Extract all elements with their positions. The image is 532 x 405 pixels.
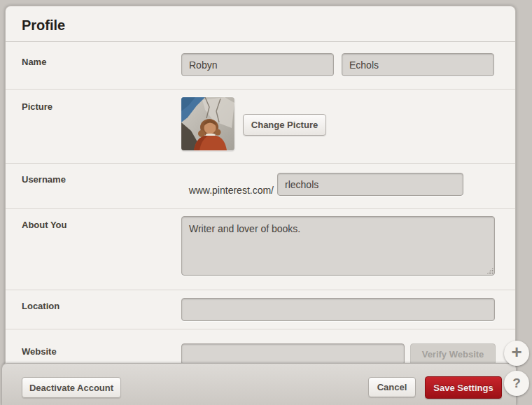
profile-picture [181,97,234,150]
profile-picture-image [181,97,234,150]
divider [6,89,515,90]
divider [6,41,515,42]
question-icon: ? [512,376,521,390]
about-you-label: About You [22,220,67,230]
deactivate-account-button[interactable]: Deactivate Account [22,377,121,398]
divider [6,163,515,164]
location-label: Location [22,301,59,311]
username-label: Username [22,174,66,185]
plus-icon: + [511,341,522,362]
username-input[interactable] [277,173,463,196]
location-input[interactable] [181,298,495,321]
page-title: Profile [22,17,65,34]
last-name-input[interactable] [342,53,494,76]
website-label: Website [22,346,57,357]
username-url-prefix: www.pinterest.com/ [181,179,274,202]
divider [6,329,515,329]
divider [6,208,515,209]
cancel-button[interactable]: Cancel [368,377,416,397]
first-name-input[interactable] [181,53,334,76]
about-you-textarea[interactable]: Writer and lover of books. [181,216,495,276]
profile-settings-panel: Profile Name Picture [5,6,516,405]
footer-bar: Deactivate Account Cancel Save Settings [1,363,517,405]
picture-label: Picture [22,101,52,112]
divider [6,290,515,290]
change-picture-button[interactable]: Change Picture [243,114,326,136]
add-button[interactable]: + [504,341,529,366]
name-label: Name [22,57,46,67]
help-button[interactable]: ? [504,371,529,396]
page-background: { "header": { "title": "Profile" }, "fie… [0,0,532,405]
verify-website-button[interactable]: Verify Website [410,343,496,365]
save-settings-button[interactable]: Save Settings [425,376,502,399]
website-input[interactable] [181,343,405,365]
